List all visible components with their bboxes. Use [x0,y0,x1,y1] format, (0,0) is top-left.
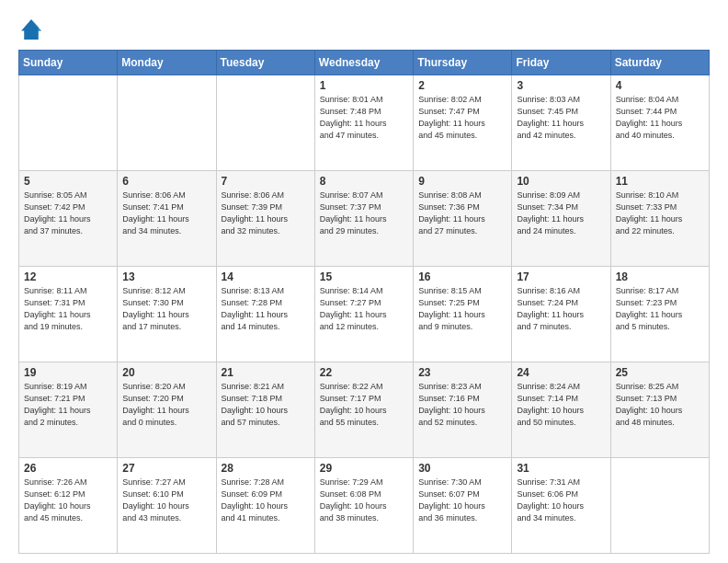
day-info: Sunrise: 8:13 AM Sunset: 7:28 PM Dayligh… [222,285,310,333]
calendar-cell: 31Sunrise: 7:31 AM Sunset: 6:06 PM Dayli… [512,458,610,554]
logo [18,17,48,42]
calendar-cell: 9Sunrise: 8:08 AM Sunset: 7:36 PM Daylig… [414,171,512,267]
day-number: 4 [616,79,704,92]
day-number: 12 [24,270,112,283]
day-info: Sunrise: 8:24 AM Sunset: 7:14 PM Dayligh… [517,381,605,429]
calendar-cell: 17Sunrise: 8:16 AM Sunset: 7:24 PM Dayli… [512,267,610,362]
calendar-day-header: Friday [512,51,610,75]
calendar-cell: 11Sunrise: 8:10 AM Sunset: 7:33 PM Dayli… [610,171,709,267]
day-info: Sunrise: 7:27 AM Sunset: 6:10 PM Dayligh… [122,477,210,524]
day-number: 28 [222,462,310,475]
calendar-day-header: Saturday [610,51,709,75]
calendar-week-row: 12Sunrise: 8:11 AM Sunset: 7:31 PM Dayli… [19,267,710,362]
calendar-cell: 2Sunrise: 8:02 AM Sunset: 7:47 PM Daylig… [414,75,512,171]
day-number: 29 [320,462,408,475]
day-number: 5 [24,175,112,188]
calendar-day-header: Tuesday [216,51,314,75]
logo-icon [18,17,44,42]
day-info: Sunrise: 8:09 AM Sunset: 7:34 PM Dayligh… [517,190,605,237]
day-number: 21 [222,366,310,379]
day-info: Sunrise: 8:03 AM Sunset: 7:45 PM Dayligh… [517,94,605,142]
calendar-day-header: Thursday [414,51,512,75]
day-info: Sunrise: 8:07 AM Sunset: 7:37 PM Dayligh… [320,190,408,237]
day-number: 14 [222,270,310,283]
day-info: Sunrise: 7:30 AM Sunset: 6:07 PM Dayligh… [418,477,506,524]
day-number: 7 [222,175,310,188]
day-number: 10 [517,175,605,188]
calendar-cell: 6Sunrise: 8:06 AM Sunset: 7:41 PM Daylig… [118,171,216,267]
day-info: Sunrise: 7:26 AM Sunset: 6:12 PM Dayligh… [24,477,112,524]
calendar-cell [610,458,709,554]
day-number: 13 [122,270,210,283]
calendar-cell: 19Sunrise: 8:19 AM Sunset: 7:21 PM Dayli… [19,362,118,458]
calendar-cell: 21Sunrise: 8:21 AM Sunset: 7:18 PM Dayli… [216,362,314,458]
day-info: Sunrise: 8:25 AM Sunset: 7:13 PM Dayligh… [616,381,704,429]
calendar-cell: 10Sunrise: 8:09 AM Sunset: 7:34 PM Dayli… [512,171,610,267]
calendar-cell: 22Sunrise: 8:22 AM Sunset: 7:17 PM Dayli… [314,362,413,458]
calendar-cell: 23Sunrise: 8:23 AM Sunset: 7:16 PM Dayli… [414,362,512,458]
day-number: 15 [320,270,408,283]
day-info: Sunrise: 8:02 AM Sunset: 7:47 PM Dayligh… [418,94,506,142]
day-info: Sunrise: 8:15 AM Sunset: 7:25 PM Dayligh… [418,285,506,333]
day-info: Sunrise: 8:16 AM Sunset: 7:24 PM Dayligh… [517,285,605,333]
day-number: 30 [418,462,506,475]
day-number: 23 [418,366,506,379]
day-info: Sunrise: 8:19 AM Sunset: 7:21 PM Dayligh… [24,381,112,429]
day-info: Sunrise: 8:21 AM Sunset: 7:18 PM Dayligh… [222,381,310,429]
day-info: Sunrise: 8:11 AM Sunset: 7:31 PM Dayligh… [24,285,112,333]
page: SundayMondayTuesdayWednesdayThursdayFrid… [0,0,728,563]
day-info: Sunrise: 7:31 AM Sunset: 6:06 PM Dayligh… [517,477,605,524]
calendar-day-header: Monday [118,51,216,75]
calendar-week-row: 26Sunrise: 7:26 AM Sunset: 6:12 PM Dayli… [19,458,710,554]
calendar-week-row: 1Sunrise: 8:01 AM Sunset: 7:48 PM Daylig… [19,75,710,171]
calendar-week-row: 19Sunrise: 8:19 AM Sunset: 7:21 PM Dayli… [19,362,710,458]
calendar-cell: 7Sunrise: 8:06 AM Sunset: 7:39 PM Daylig… [216,171,314,267]
day-info: Sunrise: 8:06 AM Sunset: 7:39 PM Dayligh… [222,190,310,237]
day-number: 20 [122,366,210,379]
day-number: 11 [616,175,704,188]
day-info: Sunrise: 8:05 AM Sunset: 7:42 PM Dayligh… [24,190,112,237]
day-info: Sunrise: 8:17 AM Sunset: 7:23 PM Dayligh… [616,285,704,333]
day-info: Sunrise: 8:23 AM Sunset: 7:16 PM Dayligh… [418,381,506,429]
header [18,17,710,42]
day-number: 2 [418,79,506,92]
calendar-cell: 15Sunrise: 8:14 AM Sunset: 7:27 PM Dayli… [314,267,413,362]
calendar-cell: 20Sunrise: 8:20 AM Sunset: 7:20 PM Dayli… [118,362,216,458]
day-number: 8 [320,175,408,188]
day-number: 22 [320,366,408,379]
day-number: 31 [517,462,605,475]
day-number: 1 [320,79,408,92]
calendar-cell: 12Sunrise: 8:11 AM Sunset: 7:31 PM Dayli… [19,267,118,362]
day-info: Sunrise: 8:12 AM Sunset: 7:30 PM Dayligh… [122,285,210,333]
day-info: Sunrise: 8:22 AM Sunset: 7:17 PM Dayligh… [320,381,408,429]
calendar-cell: 24Sunrise: 8:24 AM Sunset: 7:14 PM Dayli… [512,362,610,458]
calendar-cell: 1Sunrise: 8:01 AM Sunset: 7:48 PM Daylig… [314,75,413,171]
calendar-cell: 14Sunrise: 8:13 AM Sunset: 7:28 PM Dayli… [216,267,314,362]
day-info: Sunrise: 7:28 AM Sunset: 6:09 PM Dayligh… [222,477,310,524]
calendar-cell: 4Sunrise: 8:04 AM Sunset: 7:44 PM Daylig… [610,75,709,171]
calendar-cell: 30Sunrise: 7:30 AM Sunset: 6:07 PM Dayli… [414,458,512,554]
day-number: 3 [517,79,605,92]
calendar-cell: 25Sunrise: 8:25 AM Sunset: 7:13 PM Dayli… [610,362,709,458]
calendar-day-header: Sunday [19,51,118,75]
day-number: 26 [24,462,112,475]
day-number: 25 [616,366,704,379]
calendar-cell: 28Sunrise: 7:28 AM Sunset: 6:09 PM Dayli… [216,458,314,554]
day-info: Sunrise: 8:04 AM Sunset: 7:44 PM Dayligh… [616,94,704,142]
calendar-cell: 3Sunrise: 8:03 AM Sunset: 7:45 PM Daylig… [512,75,610,171]
calendar-cell [19,75,118,171]
calendar-week-row: 5Sunrise: 8:05 AM Sunset: 7:42 PM Daylig… [19,171,710,267]
calendar-header-row: SundayMondayTuesdayWednesdayThursdayFrid… [19,51,710,75]
day-info: Sunrise: 8:06 AM Sunset: 7:41 PM Dayligh… [122,190,210,237]
calendar-table: SundayMondayTuesdayWednesdayThursdayFrid… [18,50,710,554]
day-info: Sunrise: 8:01 AM Sunset: 7:48 PM Dayligh… [320,94,408,142]
day-info: Sunrise: 7:29 AM Sunset: 6:08 PM Dayligh… [320,477,408,524]
day-number: 9 [418,175,506,188]
day-number: 16 [418,270,506,283]
calendar-cell [216,75,314,171]
calendar-cell: 16Sunrise: 8:15 AM Sunset: 7:25 PM Dayli… [414,267,512,362]
calendar-cell: 27Sunrise: 7:27 AM Sunset: 6:10 PM Dayli… [118,458,216,554]
day-number: 27 [122,462,210,475]
calendar-cell: 13Sunrise: 8:12 AM Sunset: 7:30 PM Dayli… [118,267,216,362]
calendar-cell: 5Sunrise: 8:05 AM Sunset: 7:42 PM Daylig… [19,171,118,267]
